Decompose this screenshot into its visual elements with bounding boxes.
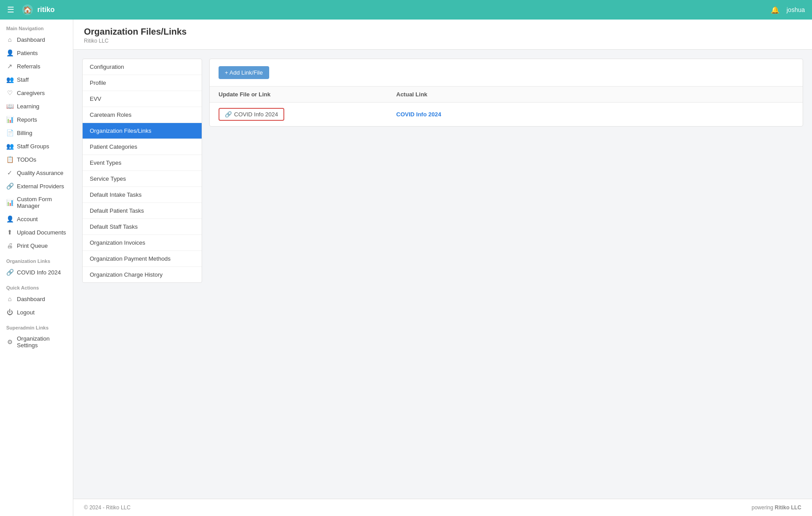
custom-form-icon: 📊 bbox=[6, 199, 13, 206]
table-col-update: 🔗 COVID Info 2024 bbox=[219, 108, 396, 121]
sidebar-section-superadmin: Superadmin Links bbox=[0, 319, 73, 332]
sidebar-item-print-queue[interactable]: 🖨Print Queue bbox=[0, 239, 73, 252]
footer-copyright: © 2024 - Ritiko LLC bbox=[84, 504, 131, 511]
add-link-file-button[interactable]: + Add Link/File bbox=[219, 66, 269, 79]
external-providers-icon: 🔗 bbox=[6, 183, 13, 190]
sidebar-label-external-providers: External Providers bbox=[17, 183, 64, 190]
sidebar-label-upload-documents: Upload Documents bbox=[17, 229, 66, 236]
sidebar-item-custom-form-manager[interactable]: 📊Custom Form Manager bbox=[0, 193, 73, 212]
subnav-item-service-types[interactable]: Service Types bbox=[83, 171, 202, 187]
subnav-item-org-payment-methods[interactable]: Organization Payment Methods bbox=[83, 251, 202, 267]
sidebar-item-billing[interactable]: 📄Billing bbox=[0, 126, 73, 139]
sidebar: Main Navigation ⌂Dashboard 👤Patients ↗Re… bbox=[0, 20, 73, 516]
sub-navigation: Configuration Profile EVV Careteam Roles… bbox=[82, 59, 202, 283]
qa-dashboard-icon: ⌂ bbox=[6, 295, 13, 302]
sidebar-label-todos: TODOs bbox=[17, 156, 36, 163]
app-body: Main Navigation ⌂Dashboard 👤Patients ↗Re… bbox=[0, 20, 812, 516]
sidebar-item-todos[interactable]: 📋TODOs bbox=[0, 153, 73, 166]
right-panel: + Add Link/File Update File or Link Actu… bbox=[209, 59, 803, 127]
subnav-item-patient-categories[interactable]: Patient Categories bbox=[83, 139, 202, 155]
covid-link-button[interactable]: 🔗 COVID Info 2024 bbox=[219, 108, 284, 121]
sidebar-item-referrals[interactable]: ↗Referrals bbox=[0, 60, 73, 73]
footer: © 2024 - Ritiko LLC powering Ritiko LLC bbox=[73, 499, 812, 516]
page-title: Organization Files/Links bbox=[84, 27, 801, 37]
sidebar-label-qa-dashboard: Dashboard bbox=[17, 296, 45, 302]
reports-icon: 📊 bbox=[6, 116, 13, 123]
subnav-item-org-invoices[interactable]: Organization Invoices bbox=[83, 235, 202, 251]
sidebar-item-reports[interactable]: 📊Reports bbox=[0, 113, 73, 126]
subnav-item-default-intake-tasks[interactable]: Default Intake Tasks bbox=[83, 187, 202, 203]
sidebar-label-referrals: Referrals bbox=[17, 63, 40, 70]
sidebar-item-caregivers[interactable]: ♡Caregivers bbox=[0, 86, 73, 99]
logo-text: ritiko bbox=[37, 6, 55, 14]
home-icon: ⌂ bbox=[6, 36, 13, 43]
sidebar-section-org-links: Organization Links bbox=[0, 252, 73, 266]
sidebar-item-qa-dashboard[interactable]: ⌂Dashboard bbox=[0, 292, 73, 306]
username-label: joshua bbox=[787, 6, 805, 13]
sidebar-label-account: Account bbox=[17, 216, 38, 222]
subnav-item-evv[interactable]: EVV bbox=[83, 91, 202, 107]
subnav-item-default-staff-tasks[interactable]: Default Staff Tasks bbox=[83, 219, 202, 235]
right-panel-top: + Add Link/File bbox=[210, 59, 803, 87]
svg-text:🏠: 🏠 bbox=[23, 6, 32, 14]
sidebar-label-staff: Staff bbox=[17, 76, 29, 83]
covid-actual-link[interactable]: COVID Info 2024 bbox=[396, 111, 441, 118]
notification-bell-icon[interactable]: 🔔 bbox=[771, 6, 780, 14]
sidebar-label-custom-form-manager: Custom Form Manager bbox=[17, 196, 67, 209]
subnav-item-profile[interactable]: Profile bbox=[83, 75, 202, 91]
patients-icon: 👤 bbox=[6, 49, 13, 56]
sidebar-item-staff[interactable]: 👥Staff bbox=[0, 73, 73, 86]
logo: 🏠 ritiko bbox=[21, 4, 55, 16]
sidebar-item-upload-documents[interactable]: ⬆Upload Documents bbox=[0, 226, 73, 239]
subnav-item-careteam-roles[interactable]: Careteam Roles bbox=[83, 107, 202, 123]
footer-right: powering Ritiko LLC bbox=[752, 504, 801, 511]
staff-groups-icon: 👥 bbox=[6, 143, 13, 150]
logout-icon: ⏻ bbox=[6, 309, 13, 316]
sidebar-item-learning[interactable]: 📖Learning bbox=[0, 99, 73, 113]
sidebar-item-covid-info[interactable]: 🔗COVID Info 2024 bbox=[0, 266, 73, 279]
subnav-item-configuration[interactable]: Configuration bbox=[83, 59, 202, 75]
hamburger-icon[interactable]: ☰ bbox=[7, 5, 14, 15]
sidebar-item-org-settings[interactable]: ⚙Organization Settings bbox=[0, 332, 73, 352]
print-icon: 🖨 bbox=[6, 242, 13, 249]
col-header-update: Update File or Link bbox=[219, 91, 396, 98]
sidebar-item-patients[interactable]: 👤Patients bbox=[0, 46, 73, 60]
link-icon: 🔗 bbox=[6, 269, 13, 276]
logo-icon: 🏠 bbox=[21, 4, 34, 16]
sidebar-item-external-providers[interactable]: 🔗External Providers bbox=[0, 179, 73, 193]
sidebar-label-dashboard: Dashboard bbox=[17, 36, 45, 43]
sidebar-label-billing: Billing bbox=[17, 130, 32, 136]
qa-icon: ✓ bbox=[6, 169, 13, 176]
sidebar-label-learning: Learning bbox=[17, 103, 40, 110]
sidebar-label-print-queue: Print Queue bbox=[17, 242, 48, 249]
caregivers-icon: ♡ bbox=[6, 89, 13, 96]
sidebar-item-account[interactable]: 👤Account bbox=[0, 212, 73, 226]
footer-powering-prefix: powering bbox=[752, 504, 775, 511]
sidebar-section-quick-actions: Quick Actions bbox=[0, 279, 73, 292]
settings-icon: ⚙ bbox=[6, 338, 13, 345]
sidebar-label-staff-groups: Staff Groups bbox=[17, 143, 49, 150]
sidebar-item-quality-assurance[interactable]: ✓Quality Assurance bbox=[0, 166, 73, 179]
sidebar-label-covid-info: COVID Info 2024 bbox=[17, 269, 61, 276]
subnav-item-event-types[interactable]: Event Types bbox=[83, 155, 202, 171]
sidebar-label-logout: Logout bbox=[17, 309, 35, 316]
col-header-actual: Actual Link bbox=[396, 91, 794, 98]
upload-icon: ⬆ bbox=[6, 229, 13, 236]
sidebar-item-dashboard[interactable]: ⌂Dashboard bbox=[0, 33, 73, 46]
sidebar-label-reports: Reports bbox=[17, 116, 37, 123]
subnav-item-org-charge-history[interactable]: Organization Charge History bbox=[83, 267, 202, 282]
billing-icon: 📄 bbox=[6, 129, 13, 136]
staff-icon: 👥 bbox=[6, 76, 13, 83]
table-col-actual: COVID Info 2024 bbox=[396, 111, 794, 118]
subnav-item-default-patient-tasks[interactable]: Default Patient Tasks bbox=[83, 203, 202, 219]
table-header: Update File or Link Actual Link bbox=[210, 87, 803, 103]
page-header: Organization Files/Links Ritiko LLC bbox=[73, 20, 812, 50]
sidebar-item-logout[interactable]: ⏻Logout bbox=[0, 306, 73, 319]
account-icon: 👤 bbox=[6, 215, 13, 222]
top-nav-left: ☰ 🏠 ritiko bbox=[7, 4, 55, 16]
subnav-item-org-files-links[interactable]: Organization Files/Links bbox=[83, 123, 202, 139]
top-navigation: ☰ 🏠 ritiko 🔔 joshua bbox=[0, 0, 812, 20]
sidebar-label-patients: Patients bbox=[17, 50, 38, 56]
sidebar-item-staff-groups[interactable]: 👥Staff Groups bbox=[0, 139, 73, 153]
sidebar-label-org-settings: Organization Settings bbox=[17, 335, 67, 349]
